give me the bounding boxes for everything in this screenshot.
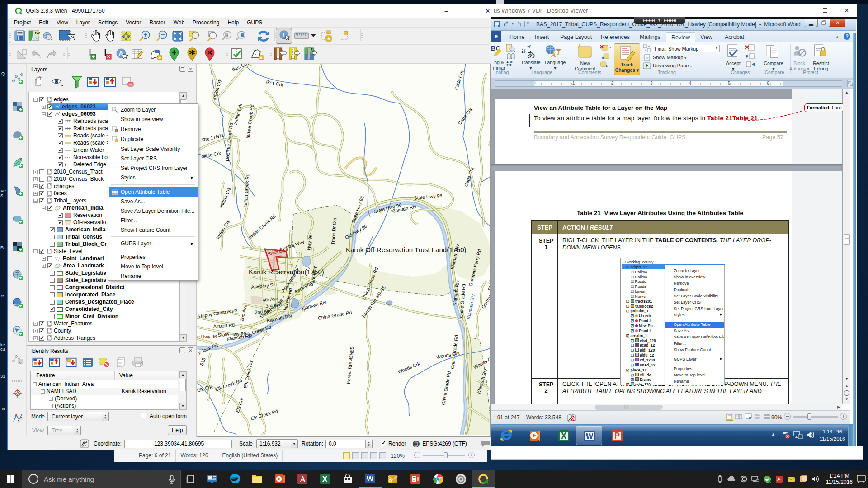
svg-text:e Hwy 96: e Hwy 96: [197, 334, 217, 339]
svg-text:i: i: [283, 32, 284, 38]
svg-text:A: A: [119, 50, 123, 57]
svg-text:1W: 1W: [34, 31, 40, 35]
svg-text:Karuk Off-Reservation Trust La: Karuk Off-Reservation Trust Land(1750): [346, 246, 467, 253]
svg-text:a: a: [521, 45, 525, 55]
svg-text:あ: あ: [527, 50, 535, 59]
svg-text:字: 字: [555, 48, 561, 55]
